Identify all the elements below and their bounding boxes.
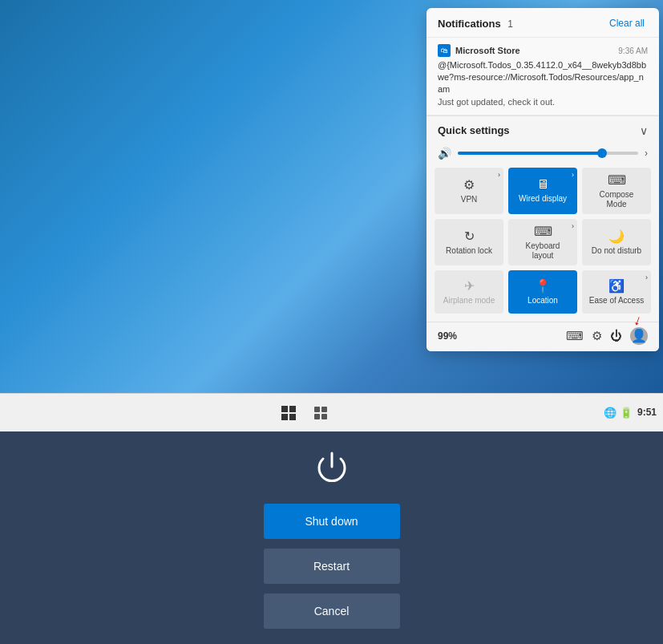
battery-percentage: 99% <box>438 330 457 342</box>
notification-app-icon: 🛍 <box>438 44 451 57</box>
qs-tile-wired-display[interactable]: 🖥 Wired display › <box>508 168 577 214</box>
quick-settings-header: Quick settings ∨ <box>427 116 659 144</box>
volume-control-row: 🔊 › <box>427 144 659 168</box>
cancel-button[interactable]: Cancel <box>264 593 400 629</box>
shutdown-button[interactable]: Shut down <box>264 504 400 539</box>
vpn-arrow-icon: › <box>498 171 500 179</box>
taskbar-time: 9:51 <box>637 406 657 419</box>
rotation-lock-icon: ↻ <box>464 229 475 244</box>
settings-footer-icon[interactable]: ⚙ <box>592 329 602 343</box>
restart-button[interactable]: Restart <box>264 549 400 584</box>
network-tray-icon: 🌐 <box>604 407 617 419</box>
ease-of-access-arrow-icon: › <box>645 273 648 281</box>
power-icon-large <box>310 448 354 491</box>
svg-rect-1 <box>321 407 327 412</box>
qs-tile-location[interactable]: 📍 Location <box>508 270 577 314</box>
vpn-icon: ⚙ <box>463 177 475 192</box>
qs-tile-airplane-mode[interactable]: ✈ Airplane mode <box>435 270 503 314</box>
quick-settings-collapse-button[interactable]: ∨ <box>640 124 648 137</box>
do-not-disturb-label: Do not disturb <box>592 246 641 256</box>
compose-mode-label: Compose Mode <box>588 190 645 209</box>
keyboard-layout-icon: ⌨ <box>534 224 552 239</box>
notification-item: 🛍 Microsoft Store 9:36 AM @{Microsoft.To… <box>427 38 659 115</box>
location-icon: 📍 <box>535 278 551 294</box>
taskbar-left-section <box>6 399 604 427</box>
account-footer-icon[interactable]: 👤 <box>630 327 648 345</box>
keyboard-layout-label: Keyboard layout <box>515 241 571 261</box>
qs-tile-compose-mode[interactable]: ⌨ Compose Mode <box>582 168 651 214</box>
keyboard-layout-footer-icon[interactable]: ⌨ <box>566 329 584 343</box>
shutdown-overlay: Shut down Restart Cancel <box>0 431 663 644</box>
volume-slider-thumb <box>597 148 607 158</box>
power-svg-icon <box>312 449 352 489</box>
taskbar: 🌐 🔋 9:51 <box>0 393 663 431</box>
notification-time: 9:36 AM <box>618 47 648 55</box>
wired-display-icon: 🖥 <box>536 177 549 192</box>
airplane-mode-label: Airplane mode <box>443 296 495 306</box>
taskbar-clock: 9:51 <box>637 406 657 419</box>
qs-tile-keyboard-layout[interactable]: ⌨ Keyboard layout › <box>508 219 577 265</box>
system-tray: 🌐 🔋 <box>604 407 633 419</box>
ease-of-access-label: Ease of Access <box>589 296 644 306</box>
notifications-header: Notifications 1 Clear all <box>427 8 659 38</box>
notifications-badge: 1 <box>507 18 513 30</box>
do-not-disturb-icon: 🌙 <box>608 229 625 244</box>
qs-tile-ease-of-access[interactable]: ♿ Ease of Access › <box>582 270 651 314</box>
volume-expand-icon[interactable]: › <box>645 148 648 159</box>
airplane-mode-icon: ✈ <box>464 278 475 294</box>
location-label: Location <box>528 296 558 306</box>
notification-subtext: Just got updated, check it out. <box>438 97 648 107</box>
taskbar-right-section: 🌐 🔋 9:51 <box>604 406 657 419</box>
svg-rect-0 <box>314 407 320 412</box>
volume-slider[interactable] <box>458 152 638 155</box>
notification-item-header: 🛍 Microsoft Store 9:36 AM <box>438 44 648 57</box>
quick-settings-grid: ⚙ VPN › 🖥 Wired display › ⌨ Compose Mode… <box>427 168 659 322</box>
start-button[interactable] <box>274 399 303 427</box>
qs-tile-do-not-disturb[interactable]: 🌙 Do not disturb <box>582 219 651 265</box>
notification-app-name: Microsoft Store <box>455 46 520 55</box>
task-view-icon <box>313 406 328 420</box>
volume-icon: 🔊 <box>438 147 451 160</box>
quick-settings-footer: 99% ⌨ ⚙ ⏻ 👤 ↓ <box>427 322 659 351</box>
quick-settings-title: Quick settings <box>438 124 510 136</box>
notifications-title: Notifications <box>438 18 501 30</box>
windows-logo-icon <box>281 406 296 420</box>
notification-text: @{Microsoft.Todos_0.35.4112.0_x64__8weky… <box>438 59 648 95</box>
ease-of-access-icon: ♿ <box>608 278 625 294</box>
svg-rect-2 <box>314 414 320 419</box>
qs-tile-vpn[interactable]: ⚙ VPN › <box>435 168 503 214</box>
svg-rect-3 <box>321 414 327 419</box>
qs-tile-rotation-lock[interactable]: ↻ Rotation lock <box>435 219 503 265</box>
power-footer-icon[interactable]: ⏻ <box>610 329 622 342</box>
compose-mode-icon: ⌨ <box>608 172 626 188</box>
task-view-button[interactable] <box>306 399 335 427</box>
quick-settings-panel: Quick settings ∨ 🔊 › ⚙ VPN › 🖥 Wired dis… <box>427 115 659 351</box>
vpn-label: VPN <box>461 195 478 205</box>
keyboard-layout-arrow-icon: › <box>572 222 574 230</box>
battery-tray-icon: 🔋 <box>620 407 633 419</box>
footer-icons-group: ⌨ ⚙ ⏻ 👤 <box>566 327 648 345</box>
rotation-lock-label: Rotation lock <box>446 246 492 256</box>
wired-display-arrow-icon: › <box>572 171 574 179</box>
wired-display-label: Wired display <box>519 194 567 204</box>
notification-panel: Notifications 1 Clear all 🛍 Microsoft St… <box>427 8 659 351</box>
volume-slider-fill <box>458 152 602 155</box>
clear-all-button[interactable]: Clear all <box>606 16 648 30</box>
